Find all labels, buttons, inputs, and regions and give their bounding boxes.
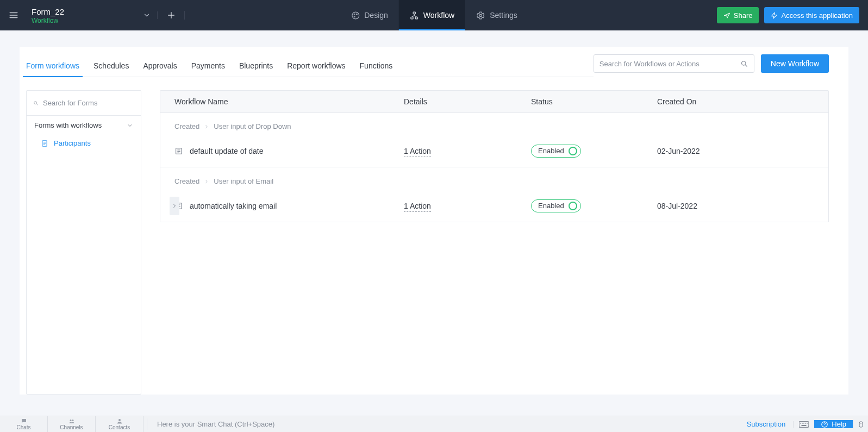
screen-reader-button[interactable] [853, 420, 868, 429]
bottom-chats[interactable]: Chats [0, 416, 48, 432]
svg-line-20 [36, 104, 38, 105]
workflow-search-input[interactable] [600, 60, 740, 68]
crumb-b: User input of Email [214, 177, 273, 185]
svg-rect-42 [802, 425, 807, 426]
app-subtitle: Workflow [32, 17, 128, 24]
row-name: automatically taking email [190, 202, 277, 210]
new-workflow-button[interactable]: New Workflow [761, 54, 829, 73]
tab-design[interactable]: Design [340, 0, 399, 30]
mouse-icon [857, 420, 865, 429]
bottom-contacts[interactable]: Contacts [96, 416, 143, 432]
row-details[interactable]: 1 Action [404, 202, 431, 212]
subtab-approvals[interactable]: Approvals [143, 55, 177, 77]
share-label: Share [734, 11, 753, 20]
tab-settings-label: Settings [490, 11, 517, 20]
forms-search[interactable] [27, 91, 141, 116]
row-name-cell: automatically taking email [160, 195, 404, 217]
svg-rect-38 [802, 423, 803, 424]
svg-point-8 [354, 16, 355, 17]
search-icon [740, 60, 748, 68]
subtabs-row: Form workflows Schedules Approvals Payme… [20, 47, 848, 77]
svg-rect-9 [413, 12, 415, 14]
svg-rect-11 [415, 17, 417, 19]
subtab-report-workflows[interactable]: Report workflows [287, 55, 345, 77]
top-bar: Form_22 Workflow Design Workflow Setting… [0, 0, 868, 30]
subtabs: Form workflows Schedules Approvals Payme… [26, 55, 594, 77]
sidebar-collapse-toggle[interactable] [170, 197, 179, 215]
search-icon [33, 99, 39, 107]
row-created: 02-Jun-2022 [657, 140, 828, 162]
share-button[interactable]: Share [717, 7, 759, 23]
workflow-search[interactable] [594, 54, 754, 73]
svg-point-33 [70, 420, 71, 421]
subtab-form-workflows[interactable]: Form workflows [26, 55, 79, 77]
chevron-right-icon [171, 203, 178, 209]
share-icon [723, 12, 730, 19]
row-details[interactable]: 1 Action [404, 147, 431, 157]
access-app-button[interactable]: Access this application [764, 7, 859, 23]
crumb-a: Created [174, 122, 199, 130]
row-details-cell: 1 Action [404, 195, 531, 217]
svg-line-18 [745, 65, 747, 66]
page-wrap: Form workflows Schedules Approvals Payme… [0, 30, 868, 416]
channels-icon [68, 418, 75, 424]
menu-button[interactable] [0, 10, 27, 20]
row-created: 08-Jul-2022 [657, 195, 828, 217]
forms-search-input[interactable] [43, 99, 134, 107]
subscription-link[interactable]: Subscription [739, 416, 794, 432]
keyboard-shortcuts-button[interactable] [793, 421, 814, 428]
svg-rect-10 [411, 17, 413, 19]
subtabs-actions: New Workflow [594, 54, 829, 77]
status-pill[interactable]: Enabled [531, 145, 581, 158]
forms-sidebar: Forms with workflows Participants [26, 90, 141, 395]
bottom-channels-label: Channels [60, 425, 83, 430]
svg-point-7 [356, 14, 357, 15]
topbar-right: Share Access this application [717, 0, 868, 30]
subtab-functions[interactable]: Functions [360, 55, 393, 77]
access-app-label: Access this application [781, 11, 853, 20]
status-pill[interactable]: Enabled [531, 199, 581, 212]
help-button[interactable]: Help [814, 420, 853, 428]
svg-point-19 [34, 101, 37, 104]
svg-point-5 [352, 12, 359, 19]
header-details: Details [404, 91, 531, 112]
chevron-right-icon [204, 179, 209, 184]
forms-item-participants[interactable]: Participants [27, 135, 141, 152]
panel-body: Forms with workflows Participants Workfl… [20, 77, 848, 395]
help-label: Help [832, 420, 846, 428]
chevron-down-icon [143, 11, 151, 19]
svg-rect-37 [801, 423, 802, 424]
svg-rect-39 [804, 423, 805, 424]
svg-rect-41 [807, 423, 808, 424]
svg-rect-45 [859, 421, 863, 427]
smart-chat-placeholder: Here is your Smart Chat (Ctrl+Space) [157, 420, 274, 428]
add-button[interactable] [158, 11, 185, 20]
plus-icon [167, 11, 176, 20]
tab-settings[interactable]: Settings [465, 0, 528, 30]
subtab-payments[interactable]: Payments [191, 55, 225, 77]
status-toggle-icon [569, 147, 577, 155]
header-status: Status [531, 91, 657, 112]
row-status-cell: Enabled [531, 138, 657, 164]
workflow-group-crumb: Created User input of Email [160, 167, 829, 190]
help-icon [821, 421, 828, 428]
subtab-schedules[interactable]: Schedules [93, 55, 129, 77]
forms-group-label: Forms with workflows [34, 121, 102, 129]
smart-chat-input[interactable]: Here is your Smart Chat (Ctrl+Space) [151, 416, 739, 432]
mode-tabs: Design Workflow Settings [340, 0, 528, 30]
app-switcher-dropdown[interactable] [136, 11, 158, 19]
svg-point-15 [480, 14, 482, 16]
chevron-down-icon [127, 122, 133, 129]
tab-workflow[interactable]: Workflow [399, 0, 465, 30]
subtab-blueprints[interactable]: Blueprints [239, 55, 273, 77]
svg-point-35 [118, 419, 121, 421]
chat-icon [21, 418, 27, 424]
bottom-channels[interactable]: Channels [48, 416, 96, 432]
workflow-row[interactable]: automatically taking email 1 Action Enab… [160, 190, 829, 222]
crumb-a: Created [174, 177, 199, 185]
topbar-left: Form_22 Workflow [0, 0, 185, 30]
chevron-right-icon [204, 124, 209, 129]
forms-group-header[interactable]: Forms with workflows [27, 116, 141, 135]
workflow-row[interactable]: default update of date 1 Action Enabled … [160, 135, 829, 167]
hamburger-icon [9, 10, 18, 20]
